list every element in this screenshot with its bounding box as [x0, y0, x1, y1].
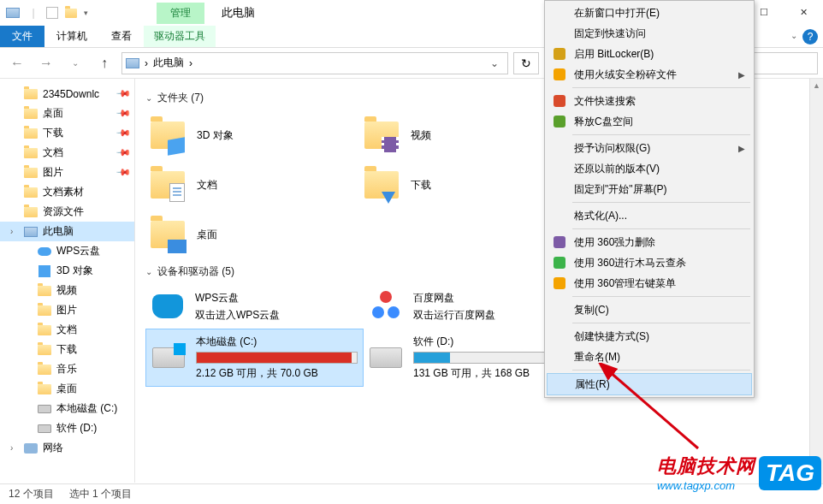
status-item-count: 12 个项目 [9, 487, 54, 501]
sidebar-item-label: 文档 [56, 323, 77, 337]
forward-button[interactable]: → [34, 51, 58, 75]
folder-item[interactable]: 下载 [359, 160, 573, 210]
window-title: 此电脑 [222, 5, 255, 21]
address-bar[interactable]: › 此电脑 › ⌄ [121, 52, 508, 74]
folder-item[interactable]: 文档 [145, 160, 359, 210]
wps-icon [152, 294, 183, 318]
sidebar-item[interactable]: WPS云盘 [0, 241, 134, 261]
tab-computer[interactable]: 计算机 [44, 26, 99, 47]
expand-icon[interactable]: › [10, 227, 13, 236]
menu-item-label: 授予访问权限(G) [574, 141, 650, 156]
sidebar-item[interactable]: 下载📌 [0, 123, 134, 143]
close-button[interactable]: ✕ [784, 0, 823, 24]
drive-item[interactable]: WPS云盘 双击进入WPS云盘 [145, 284, 364, 329]
menu-item[interactable]: 使用 360管理右键菜单 [547, 273, 752, 294]
tab-file[interactable]: 文件 [0, 26, 44, 47]
qat-customize-icon[interactable]: ▾ [84, 9, 88, 17]
sidebar-item[interactable]: 文档📌 [0, 143, 134, 163]
menu-item[interactable]: 固定到快速访问 [547, 23, 752, 44]
menu-item[interactable]: 在新窗口中打开(E) [547, 3, 752, 23]
tab-drive-tools[interactable]: 驱动器工具 [144, 26, 216, 47]
sidebar-item[interactable]: 图片 [0, 300, 134, 320]
sidebar-item[interactable]: 3D 对象 [0, 261, 134, 281]
sidebar-item[interactable]: 桌面📌 [0, 104, 134, 123]
sidebar-item[interactable]: 2345Downlc📌 [0, 84, 134, 104]
net-icon [24, 442, 38, 455]
drive-item[interactable]: 本地磁盘 (C:) 2.12 GB 可用，共 70.0 GB [145, 329, 364, 387]
folder-icon [363, 116, 400, 154]
up-button[interactable]: ↑ [92, 51, 116, 75]
folder-icon [38, 304, 51, 317]
breadcrumb-this-pc[interactable]: 此电脑 [153, 56, 184, 70]
menu-item[interactable]: 格式化(A)... [547, 205, 752, 226]
sidebar-item[interactable]: 软件 (D:) [0, 418, 134, 438]
watermark-url: www.tagxp.com [657, 479, 735, 492]
ribbon-contextual-label: 管理 [157, 3, 204, 24]
sidebar-item[interactable]: 音乐 [0, 359, 134, 379]
address-dropdown-icon[interactable]: ⌄ [490, 57, 504, 69]
menu-item-label: 固定到"开始"屏幕(P) [574, 182, 667, 197]
folder-icon [24, 166, 38, 180]
tab-view[interactable]: 查看 [99, 26, 144, 47]
status-selected-count: 选中 1 个项目 [69, 487, 132, 501]
menu-item[interactable]: 创建快捷方式(S) [547, 326, 752, 347]
folder-icon [149, 216, 187, 253]
menu-item[interactable]: 授予访问权限(G)▶ [547, 138, 752, 158]
pin-icon: 📌 [115, 145, 131, 161]
refresh-button[interactable]: ↻ [513, 52, 539, 74]
sidebar-item[interactable]: 文档 [0, 320, 134, 340]
menu-item[interactable]: 复制(C) [547, 299, 752, 320]
sidebar-item[interactable]: ›网络 [0, 438, 134, 458]
sidebar-item[interactable]: 视频 [0, 281, 134, 300]
navigation-pane: 2345Downlc📌桌面📌下载📌文档📌图片📌文档素材资源文件›此电脑WPS云盘… [0, 79, 135, 483]
breadcrumb-sep2: › [189, 57, 192, 69]
sidebar-item[interactable]: 图片📌 [0, 163, 134, 182]
qat-sep: | [26, 5, 41, 21]
sidebar-item-label: 音乐 [56, 362, 77, 377]
qat-properties-icon[interactable] [46, 7, 58, 19]
folder-item[interactable]: 视频 [359, 110, 573, 160]
expand-icon[interactable]: › [10, 443, 13, 453]
sidebar-item-label: 图片 [43, 165, 63, 180]
menu-item[interactable]: 固定到"开始"屏幕(P) [547, 179, 752, 199]
recent-locations-icon[interactable]: ⌄ [63, 51, 87, 75]
sidebar-item[interactable]: 本地磁盘 (C:) [0, 399, 134, 418]
help-icon[interactable]: ? [802, 29, 818, 44]
menu-item[interactable]: 使用 360进行木马云查杀 [547, 252, 752, 273]
sidebar-item[interactable]: ›此电脑 [0, 222, 134, 241]
menu-item-label: 创建快捷方式(S) [574, 329, 649, 344]
menu-item[interactable]: 文件快速搜索 [547, 91, 752, 111]
menu-item[interactable]: 属性(R) [547, 373, 752, 395]
pin-icon: 📌 [115, 125, 131, 141]
ribbon-expand-icon[interactable]: ⌄ [790, 31, 797, 40]
wps-red-icon [552, 93, 567, 109]
menu-item[interactable]: 释放C盘空间 [547, 111, 752, 132]
sidebar-item[interactable]: 资源文件 [0, 202, 134, 222]
app-icon[interactable] [5, 5, 21, 21]
sidebar-item-label: 文档 [43, 145, 63, 160]
sidebar-item[interactable]: 下载 [0, 340, 134, 359]
sidebar-item-label: 2345Downlc [43, 88, 99, 100]
chevron-down-icon: ⌄ [145, 267, 152, 276]
folder-icon [38, 343, 51, 357]
folder-item[interactable]: 桌面 [145, 210, 359, 259]
menu-item[interactable]: 还原以前的版本(V) [547, 158, 752, 179]
pin-icon: 📌 [115, 86, 131, 102]
quick-access-toolbar: | ▾ [0, 5, 88, 21]
menu-item-label: 固定到快速访问 [574, 27, 646, 41]
sidebar-item[interactable]: 文档素材 [0, 182, 134, 202]
back-button[interactable]: ← [5, 51, 29, 75]
menu-item[interactable]: 启用 BitLocker(B) [547, 44, 752, 64]
folder-item-label: 桌面 [197, 228, 217, 242]
qat-new-folder-icon[interactable] [63, 5, 79, 21]
sidebar-item[interactable]: 桌面 [0, 379, 134, 399]
scroll-up-icon[interactable]: ▲ [810, 79, 823, 92]
folder-icon [38, 363, 51, 377]
folder-icon [24, 205, 38, 219]
menu-item[interactable]: 使用火绒安全粉碎文件▶ [547, 64, 752, 85]
menu-item[interactable]: 重命名(M) [547, 347, 752, 367]
folder-item[interactable]: 3D 对象 [145, 110, 359, 160]
menu-item[interactable]: 使用 360强力删除 [547, 232, 752, 252]
sidebar-item-label: 桌面 [56, 382, 77, 396]
vertical-scrollbar[interactable]: ▲ ▼ [809, 79, 823, 483]
